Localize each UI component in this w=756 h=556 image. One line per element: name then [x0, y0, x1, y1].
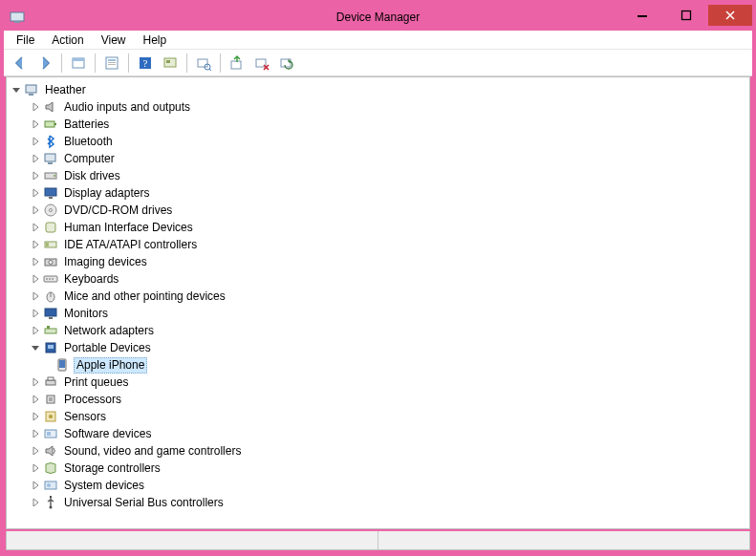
tree-expand-icon[interactable]: [30, 187, 41, 199]
tree-expand-icon[interactable]: [30, 411, 41, 422]
tree-category[interactable]: Mice and other pointing devices: [9, 288, 747, 305]
tree-category[interactable]: Sound, video and game controllers: [9, 442, 747, 460]
tree-category[interactable]: Disk drives: [9, 167, 747, 184]
tree-expand-icon[interactable]: [30, 256, 41, 267]
minimize-button[interactable]: [620, 5, 664, 26]
tree-expand-icon[interactable]: [30, 170, 41, 182]
tree-category-label: Universal Serial Bus controllers: [62, 494, 226, 511]
back-icon[interactable]: [9, 52, 32, 75]
uninstall-icon[interactable]: [250, 52, 273, 75]
svg-rect-3: [682, 11, 691, 20]
help-icon[interactable]: ?: [134, 52, 157, 75]
tree-category[interactable]: Keyboards: [9, 270, 747, 288]
tree-category[interactable]: Human Interface Devices: [9, 219, 747, 236]
tree-category[interactable]: Software devices: [9, 425, 747, 442]
network-icon: [43, 323, 58, 338]
app-icon: [10, 10, 25, 25]
legacy-icon[interactable]: [275, 52, 298, 75]
tree-category-label: IDE ATA/ATAPI controllers: [62, 236, 199, 253]
menu-file[interactable]: File: [8, 32, 43, 49]
tree-expand-icon[interactable]: [30, 325, 41, 336]
tree-expand-icon[interactable]: [30, 394, 41, 405]
tree-category[interactable]: Imaging devices: [9, 253, 747, 270]
tree-expand-icon[interactable]: [30, 222, 41, 233]
svg-rect-39: [52, 278, 54, 280]
tree-pane[interactable]: HeatherAudio inputs and outputsBatteries…: [6, 76, 750, 529]
tree-category-label: Disk drives: [62, 167, 122, 184]
tree-category[interactable]: Universal Serial Bus controllers: [9, 494, 747, 511]
tree-expand-icon[interactable]: [30, 204, 41, 216]
svg-rect-0: [11, 12, 24, 21]
forward-icon[interactable]: [33, 52, 56, 75]
tree-expand-icon[interactable]: [30, 480, 41, 491]
disk-icon: [43, 168, 58, 183]
imaging-icon: [43, 254, 58, 269]
tree-expand-icon[interactable]: [30, 376, 41, 388]
tree-category[interactable]: Storage controllers: [9, 460, 747, 477]
close-button[interactable]: [708, 5, 752, 26]
tree-category[interactable]: Audio inputs and outputs: [9, 98, 747, 116]
tree-category[interactable]: Print queues: [9, 374, 747, 391]
computer-root-icon: [24, 82, 39, 97]
tree-expand-icon[interactable]: [30, 290, 41, 302]
update-driver-icon[interactable]: [226, 52, 248, 75]
svg-rect-28: [49, 197, 53, 199]
tree-category[interactable]: IDE ATA/ATAPI controllers: [9, 236, 747, 253]
svg-rect-42: [45, 309, 56, 316]
svg-rect-57: [47, 432, 51, 436]
toolbar-separator: [128, 53, 129, 73]
tree-category[interactable]: Bluetooth: [9, 133, 747, 150]
tree-category-label: DVD/CD-ROM drives: [62, 202, 174, 219]
svg-point-60: [50, 506, 53, 509]
properties-icon[interactable]: [100, 52, 123, 75]
tree-expand-icon[interactable]: [30, 462, 41, 474]
display-icon: [43, 185, 58, 201]
tree-expand-icon[interactable]: [30, 497, 41, 508]
tree-category-label: Batteries: [62, 116, 111, 133]
tree-expand-icon[interactable]: [30, 428, 41, 439]
tree-expand-icon[interactable]: [30, 118, 41, 130]
tree-category[interactable]: Computer: [9, 150, 747, 167]
svg-point-59: [47, 483, 51, 487]
tree-category[interactable]: Network adapters: [9, 322, 747, 339]
scan-icon[interactable]: [192, 52, 215, 75]
tree-root[interactable]: Heather: [9, 81, 747, 98]
titlebar[interactable]: Device Manager: [4, 4, 752, 31]
tree-device[interactable]: Apple iPhone: [9, 356, 747, 374]
tree-expand-icon[interactable]: [30, 153, 41, 164]
tree-category-label: Bluetooth: [62, 133, 115, 150]
tree-category[interactable]: Sensors: [9, 408, 747, 425]
tree-category[interactable]: System devices: [9, 477, 747, 494]
tree-category[interactable]: Display adapters: [9, 184, 747, 202]
battery-icon: [43, 117, 58, 132]
tree-category[interactable]: Processors: [9, 391, 747, 408]
tree-category[interactable]: DVD/CD-ROM drives: [9, 202, 747, 219]
menu-help[interactable]: Help: [135, 32, 176, 49]
menu-action[interactable]: Action: [43, 32, 92, 49]
tree-collapse-icon[interactable]: [11, 84, 22, 96]
devices-icon[interactable]: [159, 52, 182, 75]
window: Device Manager FileActionViewHelp ? Heat…: [4, 4, 752, 552]
tree-expand-icon[interactable]: [30, 136, 41, 147]
menubar: FileActionViewHelp: [4, 31, 752, 50]
tree-collapse-icon[interactable]: [30, 342, 41, 353]
svg-rect-20: [29, 94, 33, 96]
svg-rect-53: [49, 397, 53, 401]
svg-rect-38: [49, 278, 51, 280]
menu-view[interactable]: View: [93, 32, 135, 49]
svg-rect-50: [46, 380, 55, 385]
tree-category[interactable]: Monitors: [9, 305, 747, 322]
tree-category-label: Imaging devices: [62, 253, 149, 270]
tree-expand-icon[interactable]: [30, 445, 41, 457]
maximize-button[interactable]: [664, 5, 708, 26]
tree-expand-icon[interactable]: [30, 308, 41, 319]
status-bar: [6, 531, 750, 550]
tree-category[interactable]: Portable Devices: [9, 339, 747, 356]
tree-category-label: Display adapters: [62, 184, 151, 202]
tree-category[interactable]: Batteries: [9, 116, 747, 133]
tree-expand-icon[interactable]: [30, 239, 41, 250]
tree-expand-icon[interactable]: [30, 273, 41, 285]
show-hidden-icon[interactable]: [67, 52, 90, 75]
tree-expand-icon[interactable]: [30, 101, 41, 113]
tree-category-label: Network adapters: [62, 322, 156, 339]
